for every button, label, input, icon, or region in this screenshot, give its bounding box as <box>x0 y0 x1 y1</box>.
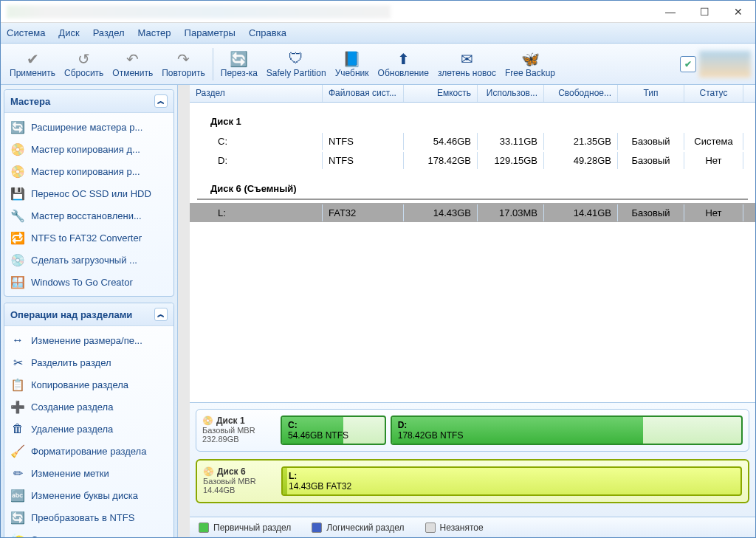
ops-panel: Операции над разделами ︽ ↔Изменение разм… <box>4 303 174 537</box>
sidebar-scroll[interactable] <box>178 85 190 537</box>
side-item[interactable]: 🗑Удаление раздела <box>6 418 172 440</box>
disk-map: 📀 Диск 1Базовый MBR232.89GBC:54.46GB NTF… <box>190 402 755 517</box>
safely partition-icon: 🛡 <box>287 50 305 68</box>
wizards-title: Мастера <box>10 96 50 107</box>
menu-система[interactable]: Система <box>7 27 45 38</box>
disk-block[interactable]: 📀 Диск 1Базовый MBR232.89GBC:54.46GB NTF… <box>196 409 749 452</box>
tool-отменить[interactable]: ↶Отменить <box>108 45 157 83</box>
side-icon: ➕ <box>10 399 25 414</box>
tool-учебник[interactable]: 📘Учебник <box>331 45 374 83</box>
side-item[interactable]: 🧽Стирание раздела <box>6 528 172 537</box>
side-item[interactable]: 💿Сделать загрузочный ... <box>6 249 172 271</box>
side-item[interactable]: ✏Изменение метки <box>6 462 172 484</box>
side-item[interactable]: 🧹Форматирование раздела <box>6 440 172 462</box>
wizards-panel: Мастера ︽ 🔄Расширение мастера р...📀Масте… <box>4 89 174 297</box>
col-header[interactable]: Свободное... <box>544 85 618 102</box>
side-item[interactable]: ✂Разделить раздел <box>6 351 172 373</box>
close-button[interactable]: ✕ <box>721 1 755 23</box>
side-item[interactable]: 📀Мастер копирования р... <box>6 160 172 182</box>
side-icon: 📋 <box>10 377 25 392</box>
side-icon: 🗑 <box>10 421 25 436</box>
tool-обновление[interactable]: ⬆Обновление <box>374 45 433 83</box>
tool-сбросить[interactable]: ↺Сбросить <box>60 45 108 83</box>
toolbar-blur <box>699 51 751 77</box>
side-item[interactable]: 🔄Преобразовать в NTFS <box>6 506 172 528</box>
side-item[interactable]: 🔤Изменение буквы диска <box>6 484 172 506</box>
maximize-button[interactable]: ☐ <box>687 1 721 23</box>
col-header[interactable]: Использов... <box>478 85 544 102</box>
side-item[interactable]: 💾Перенос ОС SSD или HDD <box>6 182 172 204</box>
side-item[interactable]: 🔧Мастер восстановлени... <box>6 204 172 227</box>
повторить-icon: ↷ <box>174 50 192 68</box>
side-icon: 🔁 <box>10 230 25 245</box>
partition-box[interactable]: D:178.42GB NTFS <box>391 415 743 445</box>
ops-title: Операции над разделами <box>10 309 132 320</box>
сбросить-icon: ↺ <box>75 50 93 68</box>
menu-раздел[interactable]: Раздел <box>93 27 125 38</box>
перез-ка-icon: 🔄 <box>230 50 248 68</box>
disk-icon: 📀 <box>202 415 213 426</box>
legend-item: Логический раздел <box>312 523 404 533</box>
disk-label[interactable]: Диск 6 (Съемный) <box>197 170 748 200</box>
side-item[interactable]: ➕Создание раздела <box>6 396 172 418</box>
side-item[interactable]: 🔁NTFS to FAT32 Converter <box>6 227 172 249</box>
tool-применить[interactable]: ✔Применить <box>5 45 60 83</box>
side-icon: 🔄 <box>10 120 25 134</box>
col-header[interactable]: Тип <box>618 85 684 102</box>
tool-повторить[interactable]: ↷Повторить <box>157 45 210 83</box>
tool-перез-ка[interactable]: 🔄Перез-ка <box>216 45 262 83</box>
titlebar: ― ☐ ✕ <box>1 1 755 23</box>
disk-icon: 📀 <box>203 466 214 477</box>
grid-body[interactable]: Диск 1C:NTFS54.46GB33.11GB21.35GBБазовый… <box>190 103 755 402</box>
minimize-button[interactable]: ― <box>653 1 687 23</box>
side-item[interactable]: ↔Изменение размера/пе... <box>6 329 172 351</box>
partition-row[interactable]: C:NTFS54.46GB33.11GB21.35GBБазовыйСистем… <box>190 131 755 151</box>
legend-item: Первичный раздел <box>199 523 291 533</box>
menu-диск[interactable]: Диск <box>58 27 79 38</box>
side-icon: 📀 <box>10 164 25 179</box>
col-header[interactable]: Емкость <box>404 85 478 102</box>
menubar: СистемаДискРазделМастерПараметрыСправка <box>1 23 755 44</box>
partition-box[interactable]: L:14.43GB FAT32 <box>281 466 742 496</box>
main-panel: РазделФайловая сист...ЕмкостьИспользов..… <box>190 85 755 537</box>
legend-swatch <box>312 523 322 533</box>
legend: Первичный разделЛогический разделНезанят… <box>190 517 755 537</box>
side-item[interactable]: 🪟Windows To Go Creator <box>6 271 172 293</box>
disk-label[interactable]: Диск 1 <box>190 103 755 131</box>
col-header[interactable]: Раздел <box>190 85 323 102</box>
check-badge[interactable]: ✔ <box>680 56 696 72</box>
partition-box[interactable]: C:54.46GB NTFS <box>281 415 386 445</box>
side-icon: 🔧 <box>10 208 25 223</box>
side-item[interactable]: 📋Копирование раздела <box>6 373 172 396</box>
side-icon: 💾 <box>10 186 25 201</box>
side-icon: ✏ <box>10 466 25 480</box>
grid-header: РазделФайловая сист...ЕмкостьИспользов..… <box>190 85 755 103</box>
обновление-icon: ⬆ <box>394 50 412 68</box>
sidebar: Мастера ︽ 🔄Расширение мастера р...📀Масте… <box>1 85 178 537</box>
col-header[interactable]: Файловая сист... <box>323 85 404 102</box>
side-icon: 🧽 <box>10 532 25 537</box>
free backup-icon: 🦋 <box>521 50 539 68</box>
side-icon: ✂ <box>10 355 25 370</box>
disk-block[interactable]: 📀 Диск 6Базовый MBR14.44GBL:14.43GB FAT3… <box>196 459 749 503</box>
collapse-wizards[interactable]: ︽ <box>154 94 168 108</box>
tool-злетень-новос[interactable]: ✉злетень новос <box>433 45 501 83</box>
title-blur <box>7 5 391 18</box>
side-item[interactable]: 🔄Расширение мастера р... <box>6 116 172 138</box>
menu-мастер[interactable]: Мастер <box>138 27 171 38</box>
side-item[interactable]: 📀Мастер копирования д... <box>6 138 172 160</box>
side-icon: 📀 <box>10 142 25 156</box>
partition-row[interactable]: D:NTFS178.42GB129.15GB49.28GBБазовыйНет <box>190 151 755 170</box>
side-icon: 🪟 <box>10 275 25 289</box>
side-icon: 🔤 <box>10 488 25 503</box>
tool-free-backup[interactable]: 🦋Free Backup <box>501 45 560 83</box>
tool-safely-partition[interactable]: 🛡Safely Partition <box>262 45 331 83</box>
collapse-ops[interactable]: ︽ <box>154 308 168 321</box>
partition-row[interactable]: L:FAT3214.43GB17.03MB14.41GBБазовыйНет <box>190 203 755 222</box>
window-controls: ― ☐ ✕ <box>653 1 755 23</box>
col-header[interactable]: Статус <box>684 85 743 102</box>
menu-справка[interactable]: Справка <box>249 27 286 38</box>
side-icon: 🔄 <box>10 510 25 525</box>
menu-параметры[interactable]: Параметры <box>185 27 236 38</box>
legend-swatch <box>199 523 209 533</box>
